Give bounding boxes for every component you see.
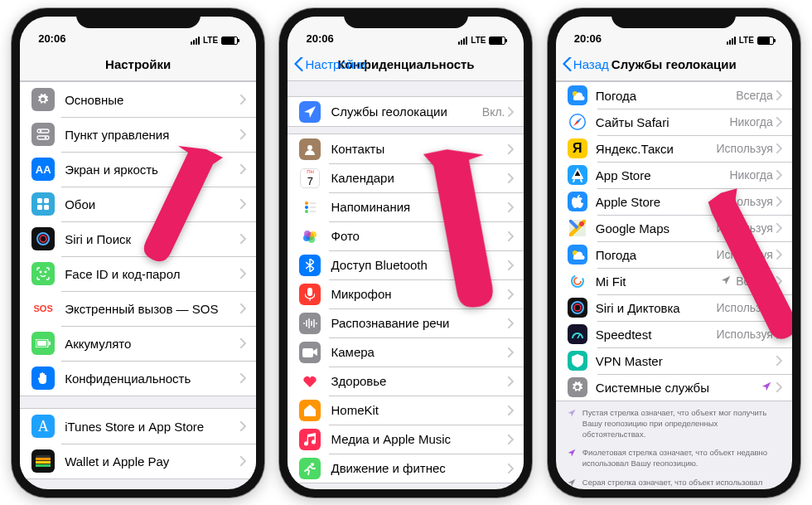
location-row-3[interactable]: App StoreНикогда [556,162,792,188]
row-value: Никогда [729,115,772,129]
settings-row-1[interactable]: Пункт управления [20,117,256,152]
location-indicator-icon [761,380,771,395]
privacy-row-5[interactable]: Микрофон [288,279,524,308]
battery-icon [757,36,774,45]
back-button[interactable]: Настройки [294,57,366,71]
location-row-8[interactable]: Siri и ДиктовкаИспользуя [556,294,792,321]
status-icons: LTE [727,36,774,45]
legend-arrow-icon [568,449,576,469]
settings-row-4[interactable]: Siri и Поиск [20,221,256,256]
gear-icon [568,377,587,397]
row-label: Сайты Safari [596,115,730,129]
privacy-row-7[interactable]: Камера [288,337,524,367]
settings-row-7[interactable]: Аккумулято [20,326,256,361]
svg-point-10 [40,271,41,272]
row-value: Всегда [736,274,773,288]
row-label: Распознавание речи [331,316,508,330]
location-row-6[interactable]: ПогодаИспользуя [556,241,792,268]
settings-row-5[interactable]: Face ID и код-парол [20,256,256,291]
settings-row-3[interactable]: Обои [20,187,256,221]
row-label: iTunes Store и App Store [65,420,240,434]
row-value: Используя [717,328,773,341]
content[interactable]: ПогодаВсегдаСайты SafariНикогдаЯЯндекс.Т… [556,81,792,489]
settings-row-6[interactable]: SOSЭкстренный вызов — SOS [20,291,256,326]
location-row-1[interactable]: Сайты SafariНикогда [556,109,792,135]
chevron-icon [776,356,782,366]
row-label: App Store [596,168,730,182]
chevron-icon [240,199,246,209]
svg-rect-16 [36,458,51,460]
appstore-icon [568,165,587,185]
signal-icon [458,36,467,45]
privacy-row-2[interactable]: Напоминания [288,192,524,221]
privacy-row-10[interactable]: Медиа и Apple Music [288,425,524,454]
location-row-0[interactable]: ПогодаВсегда [556,82,792,109]
chevron-icon [776,90,782,100]
settings-row-1[interactable]: Wallet и Apple Pay [20,444,256,478]
privacy-row-4[interactable]: Доступ Bluetooth [288,250,524,279]
chevron-icon [508,173,514,183]
row-value: Используя [717,248,773,261]
location-row-7[interactable]: Mi FitВсегда [556,268,792,294]
AA-icon: AA [31,158,55,181]
signal-icon [191,36,200,45]
privacy-row-11[interactable]: Движение и фитнес [288,454,524,483]
svg-rect-34 [302,348,313,357]
privacy-row-3[interactable]: Фото [288,221,524,250]
svg-rect-6 [37,205,42,210]
privacy-row-0[interactable]: Службы геолокацииВкл. [288,97,524,126]
chevron-icon [240,456,246,466]
gmaps-icon [568,218,587,238]
safari-icon [568,112,587,132]
svg-point-43 [572,302,583,313]
privacy-row-1[interactable]: ПН7Календари [288,163,524,192]
location-row-2[interactable]: ЯЯндекс.ТаксиИспользуя [556,135,792,162]
settings-row-2[interactable]: AAЭкран и яркость [20,152,256,187]
chevron-icon [240,129,246,139]
back-label: Назад [573,57,609,71]
settings-row-0[interactable]: Основные [20,82,256,117]
privacy-group: КонтактыПН7КалендариНапоминанияФотоДосту… [288,134,524,483]
location-row-10[interactable]: VPN Master [556,347,792,374]
cam-icon [299,342,321,363]
location-apps-group: ПогодаВсегдаСайты SafariНикогдаЯЯндекс.Т… [556,81,792,401]
privacy-row-9[interactable]: HomeKit [288,396,524,425]
legend-item-0: Пустая стрелка означает, что объект мог … [556,401,792,441]
svg-rect-5 [44,198,49,203]
privacy-row-8[interactable]: Здоровье [288,367,524,396]
svg-point-44 [574,304,581,311]
settings-row-8[interactable]: Конфиденциальность [20,361,256,396]
row-label: Системные службы [596,381,761,395]
row-label: Экстренный вызов — SOS [65,302,240,316]
SOS-icon: SOS [31,297,55,320]
content[interactable]: ОсновныеПункт управленияAAЭкран и яркост… [20,81,256,489]
chevron-icon [508,376,514,386]
row-label: Погода [596,248,717,262]
settings-group: ОсновныеПункт управленияAAЭкран и яркост… [20,81,256,396]
row-label: Google Maps [596,221,717,236]
legend-text: Серая стрелка означает, что объект испол… [582,478,781,489]
row-value: Используя [717,195,773,208]
location-row-5[interactable]: Google MapsИспользуя [556,215,792,241]
battery-icon [31,332,55,355]
location-row-9[interactable]: SpeedtestИспользуя [556,321,792,347]
privacy-row-0[interactable]: Контакты [288,134,524,163]
screen: 20:06 LTE Настройки ОсновныеПункт управл… [20,17,256,489]
legend-text: Пустая стрелка означает, что объект мог … [582,408,781,439]
navbar: Настройки Конфиденциальность [288,48,524,81]
settings-row-0[interactable]: AiTunes Store и App Store [20,409,256,444]
location-row-11[interactable]: Системные службы [556,374,792,401]
back-button[interactable]: Назад [563,57,609,71]
row-label: Пункт управления [65,128,240,142]
back-label: Настройки [305,57,366,71]
location-row-4[interactable]: Apple StoreИспользуя [556,188,792,215]
chevron-icon [776,170,782,180]
svg-point-3 [45,137,47,139]
hand-icon [31,367,55,390]
row-label: Mi Fit [596,274,721,289]
chevron-icon [776,303,782,313]
content[interactable]: Службы геолокацииВкл.КонтактыПН7Календар… [288,81,524,489]
chevron-icon [776,329,782,339]
privacy-row-6[interactable]: Распознавание речи [288,308,524,337]
row-label: Контакты [331,142,508,156]
